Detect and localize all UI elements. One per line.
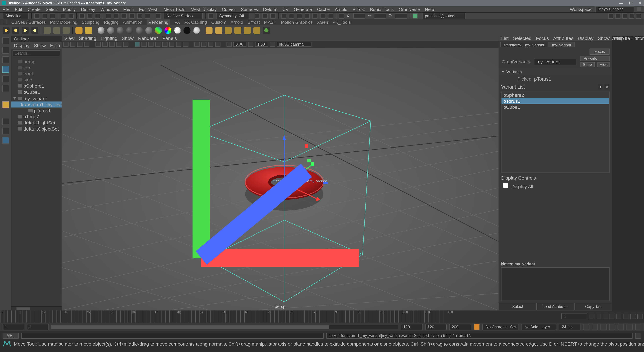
outliner-menu-display[interactable]: Display: [14, 43, 30, 48]
vp-colorspace-icon[interactable]: [270, 41, 275, 47]
menu-bonustools[interactable]: Bonus Tools: [370, 7, 394, 11]
light-area-icon[interactable]: [31, 27, 38, 34]
shelf-tab-arnold[interactable]: Arnold: [230, 20, 243, 24]
material-ball-5-icon[interactable]: [136, 27, 143, 34]
attribute-editor-side-tab[interactable]: Attribute Editor: [612, 35, 644, 311]
undo-icon[interactable]: [61, 13, 66, 18]
presets-button[interactable]: Presets: [580, 56, 610, 61]
menu-meshtools[interactable]: Mesh Tools: [164, 7, 185, 11]
outliner-node-top[interactable]: top: [11, 64, 62, 70]
step-back-key-icon[interactable]: [596, 314, 602, 320]
shelf-tab-mash[interactable]: MASH: [264, 20, 277, 24]
account-name[interactable]: paul.kind@autod...: [422, 13, 466, 19]
ipr-icon[interactable]: [289, 13, 294, 18]
material-ball-8-icon[interactable]: [164, 27, 171, 34]
shelf-render-icon[interactable]: [85, 27, 92, 34]
menu-bifrost[interactable]: Bifrost: [353, 7, 365, 11]
menu-select[interactable]: Select: [46, 7, 58, 11]
outliner-menu-show[interactable]: Show: [34, 43, 46, 48]
outliner-node-defaultObjectSet[interactable]: defaultObjectSet: [11, 126, 62, 132]
range-icon-6[interactable]: [626, 324, 632, 330]
shelf-icon-6[interactable]: [53, 27, 60, 34]
shelf-tab-pktools[interactable]: PK_Tools: [332, 20, 351, 24]
menu-file[interactable]: File: [3, 7, 10, 11]
vp-icon-motion[interactable]: [183, 41, 188, 47]
vp-icon-aa[interactable]: [176, 41, 181, 47]
menu-arnold[interactable]: Arnold: [335, 7, 348, 11]
status-icon-2[interactable]: [262, 13, 268, 18]
play-end-icon[interactable]: [637, 314, 643, 320]
snap-view-icon[interactable]: [145, 13, 150, 18]
last-tool-icon[interactable]: [2, 101, 9, 108]
scale-tool-icon[interactable]: [2, 85, 9, 92]
variants-section-header[interactable]: Variants: [498, 68, 612, 75]
material-ball-3-icon[interactable]: [117, 27, 124, 34]
vp-icon-x[interactable]: [194, 41, 200, 47]
variant-item-pCube1[interactable]: pCube1: [502, 104, 609, 110]
lasso-tool-icon[interactable]: [2, 47, 9, 54]
status-icon-3[interactable]: [270, 13, 276, 18]
outliner-node-front[interactable]: front: [11, 71, 62, 77]
variant-list[interactable]: pSphere2pTorus1pCube1: [501, 91, 610, 173]
outliner-node-side[interactable]: side: [11, 77, 62, 83]
shelf-tab-rigging[interactable]: Rigging: [104, 20, 118, 24]
menu-generate[interactable]: Generate: [294, 7, 312, 11]
shelf-render-2-icon[interactable]: [215, 27, 222, 34]
vp-icon-shaded[interactable]: [134, 41, 140, 47]
attr-menu-attrs[interactable]: Attributes: [553, 35, 574, 41]
omnivariants-field[interactable]: my_variant: [534, 58, 576, 65]
menu-cache[interactable]: Cache: [317, 7, 330, 11]
range-start-outer[interactable]: 1: [3, 324, 24, 330]
symmetry-icon[interactable]: [208, 13, 214, 18]
pause-icon[interactable]: [328, 13, 333, 18]
attr-menu-focus[interactable]: Focus: [536, 35, 549, 41]
vp-icon-wire[interactable]: [142, 41, 146, 47]
render-icon[interactable]: [281, 13, 286, 18]
snap-plane-icon[interactable]: [129, 13, 134, 18]
live-surface-icon[interactable]: [156, 13, 161, 18]
move-tool-icon[interactable]: [2, 66, 9, 73]
vp-gamma-icon[interactable]: [248, 41, 254, 47]
close-icon[interactable]: ✕: [639, 1, 642, 5]
vp-menu-lighting[interactable]: Lighting: [100, 35, 118, 41]
variant-item-pTorus1[interactable]: pTorus1: [502, 98, 609, 104]
shelf-tab-poly[interactable]: Poly Modeling: [50, 20, 77, 24]
live-surface-combo[interactable]: No Live Surface: [164, 13, 202, 19]
outliner-node-pSphere1[interactable]: pSphere1: [11, 83, 62, 89]
signin-icon[interactable]: [637, 7, 641, 11]
attr-menu-display[interactable]: Display: [578, 35, 593, 41]
menu-uv[interactable]: UV: [282, 7, 289, 11]
sidebar-toggle-4-icon[interactable]: [629, 13, 634, 18]
coord-y-field[interactable]: [374, 13, 386, 18]
render-settings-icon[interactable]: [304, 13, 310, 18]
vp-icon-9[interactable]: [123, 41, 128, 47]
shelf-tab-bifrost[interactable]: Bifrost: [248, 20, 260, 24]
range-end-inner2[interactable]: 120: [425, 324, 447, 330]
range-start-inner[interactable]: 1: [27, 324, 48, 330]
vp-icon-2[interactable]: [70, 41, 76, 47]
vp-menu-show[interactable]: Show: [122, 35, 134, 41]
workspace-combo[interactable]: Maya Classic*: [595, 6, 634, 12]
menu-windows[interactable]: Windows: [100, 7, 118, 11]
range-icon-1[interactable]: [583, 324, 589, 330]
step-fwd-key-icon[interactable]: [630, 314, 636, 320]
select-tool-icon[interactable]: [2, 37, 9, 44]
outliner-node-pCube1[interactable]: pCube1: [11, 89, 62, 95]
play-start-icon[interactable]: [589, 314, 594, 320]
shelf-render-7-icon[interactable]: [263, 27, 270, 34]
rotate-tool-icon[interactable]: [2, 75, 9, 82]
command-input[interactable]: [21, 333, 324, 339]
shelf-render-5-icon[interactable]: [244, 27, 251, 34]
outliner-node-transform1_my_variant[interactable]: transform1_my_variant: [11, 101, 62, 107]
shelf-tab-rendering[interactable]: Rendering: [146, 19, 170, 25]
range-icon-2[interactable]: [592, 324, 598, 330]
status-icon-1[interactable]: [255, 13, 260, 18]
variant-remove-icon[interactable]: ✕: [604, 84, 610, 89]
menuset-combo[interactable]: Modeling: [3, 13, 29, 19]
outliner-node-my_variant[interactable]: ▾my_variant: [11, 95, 62, 102]
vp-icon-1[interactable]: [64, 41, 68, 47]
snap-grid-icon[interactable]: [106, 13, 111, 18]
variant-add-icon[interactable]: +: [598, 84, 603, 89]
play-fwd-icon[interactable]: [616, 314, 622, 320]
outliner-scrollbar[interactable]: [11, 306, 62, 311]
